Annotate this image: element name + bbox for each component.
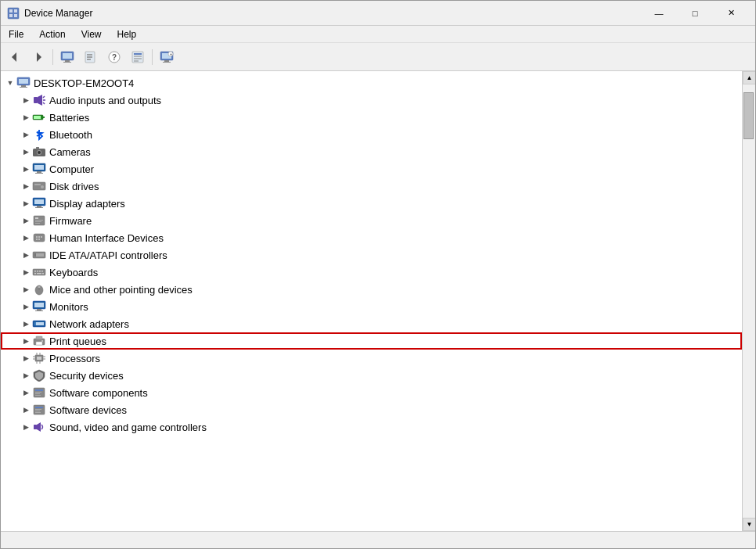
tree-item[interactable]: ▶Print queues bbox=[1, 332, 742, 350]
software-icon bbox=[32, 386, 46, 400]
svg-rect-110 bbox=[35, 412, 41, 413]
scroll-up-button[interactable]: ▲ bbox=[743, 71, 755, 84]
svg-rect-47 bbox=[35, 173, 43, 174]
expand-button[interactable]: ▶ bbox=[20, 404, 32, 416]
tree-item[interactable]: ▶Disk drives bbox=[1, 178, 742, 195]
security-icon bbox=[32, 368, 46, 382]
svg-point-64 bbox=[36, 239, 38, 240]
menu-bar: File Action View Help bbox=[1, 26, 755, 43]
svg-rect-1 bbox=[9, 9, 13, 13]
expand-button[interactable]: ▶ bbox=[20, 300, 32, 313]
expand-button[interactable]: ▶ bbox=[20, 421, 32, 433]
tree-item-label: Monitors bbox=[49, 301, 88, 313]
expand-button[interactable]: ▶ bbox=[20, 283, 32, 296]
monitor-icon bbox=[32, 300, 46, 314]
scroll-thumb[interactable] bbox=[743, 92, 754, 139]
expand-button[interactable]: ▶ bbox=[20, 94, 32, 106]
svg-rect-105 bbox=[35, 395, 41, 396]
ide-icon bbox=[32, 248, 46, 262]
menu-action[interactable]: Action bbox=[31, 26, 73, 42]
svg-marker-6 bbox=[37, 52, 41, 62]
tree-item-label: Mice and other pointing devices bbox=[49, 284, 193, 296]
tree-item[interactable]: ▶Software devices bbox=[1, 401, 742, 418]
tree-item[interactable]: ▶Batteries bbox=[1, 109, 742, 126]
tree-item[interactable]: ▶Processors bbox=[1, 350, 742, 367]
scroll-down-button[interactable]: ▼ bbox=[743, 518, 755, 531]
svg-rect-31 bbox=[20, 87, 27, 88]
tree-item[interactable]: ▶Human Interface Devices bbox=[1, 229, 742, 246]
scan-button[interactable]: + bbox=[156, 47, 178, 67]
tree-item[interactable]: ▶Keyboards bbox=[1, 264, 742, 281]
back-button[interactable] bbox=[4, 47, 26, 67]
tree-item[interactable]: ▶Mice and other pointing devices bbox=[1, 281, 742, 298]
help-icon: ? bbox=[107, 50, 121, 64]
tree-item[interactable]: ▶Network adapters bbox=[1, 315, 742, 332]
tree-item[interactable]: ▶Monitors bbox=[1, 298, 742, 315]
svg-rect-107 bbox=[35, 407, 43, 408]
scroll-track[interactable] bbox=[743, 84, 755, 518]
expand-button[interactable]: ▶ bbox=[20, 214, 32, 227]
tree-root-item[interactable]: ▼ DESKTOP-EM2OOT4 bbox=[1, 74, 742, 92]
device-manager-window: Device Manager — □ ✕ File Action View He… bbox=[0, 0, 756, 549]
svg-rect-81 bbox=[34, 303, 44, 307]
tree-item[interactable]: ▶Cameras bbox=[1, 143, 742, 160]
tree-item[interactable]: ▶Display adapters bbox=[1, 195, 742, 212]
tree-item-label: Software components bbox=[49, 387, 148, 399]
svg-rect-39 bbox=[34, 116, 41, 119]
menu-file[interactable]: File bbox=[1, 26, 31, 42]
expand-button[interactable]: ▶ bbox=[20, 111, 32, 124]
tree-item[interactable]: ▶Security devices bbox=[1, 367, 742, 384]
tree-item[interactable]: ▶Bluetooth bbox=[1, 126, 742, 143]
keyboard-icon bbox=[32, 265, 46, 279]
forward-button[interactable] bbox=[27, 47, 49, 67]
help-button[interactable]: ? bbox=[103, 47, 125, 67]
expand-button[interactable]: ▶ bbox=[20, 231, 32, 244]
svg-rect-57 bbox=[35, 220, 43, 221]
close-button[interactable]: ✕ bbox=[713, 1, 749, 26]
expand-button[interactable]: ▶ bbox=[20, 266, 32, 278]
tree-item[interactable]: ▶Software components bbox=[1, 384, 742, 401]
battery-icon bbox=[32, 110, 46, 124]
expand-button[interactable]: ▶ bbox=[20, 180, 32, 192]
device-tree[interactable]: ▼ DESKTOP-EM2OOT4 ▶Audio inputs and outp… bbox=[1, 71, 742, 531]
expand-button[interactable]: ▶ bbox=[20, 386, 32, 399]
expand-button[interactable]: ▶ bbox=[20, 249, 32, 261]
show-hidden-button[interactable] bbox=[56, 47, 78, 67]
tree-item-label: Software devices bbox=[49, 404, 127, 416]
minimize-button[interactable]: — bbox=[641, 1, 677, 26]
expand-button[interactable]: ▶ bbox=[20, 145, 32, 158]
expand-button[interactable]: ▶ bbox=[20, 335, 32, 347]
svg-rect-74 bbox=[34, 273, 36, 274]
tree-item[interactable]: ▶Computer bbox=[1, 160, 742, 178]
tree-item-label: Security devices bbox=[49, 370, 124, 382]
tree-item-label: Network adapters bbox=[49, 318, 129, 330]
expand-button[interactable]: ▶ bbox=[20, 369, 32, 382]
hid-icon bbox=[32, 231, 46, 245]
svg-rect-18 bbox=[134, 53, 142, 55]
expand-button[interactable]: ▶ bbox=[20, 128, 32, 141]
tree-item[interactable]: ▶Firmware bbox=[1, 212, 742, 229]
tree-item[interactable]: ▶Sound, video and game controllers bbox=[1, 418, 742, 436]
expand-button[interactable]: ▶ bbox=[20, 352, 32, 364]
properties-button[interactable] bbox=[127, 47, 149, 67]
svg-marker-5 bbox=[12, 52, 16, 62]
computer-icon bbox=[16, 76, 31, 90]
software-icon bbox=[32, 403, 46, 417]
expand-button[interactable]: ▶ bbox=[20, 163, 32, 175]
menu-view[interactable]: View bbox=[74, 26, 110, 42]
tree-item[interactable]: ▶IDE ATA/ATAPI controllers bbox=[1, 246, 742, 264]
svg-rect-103 bbox=[35, 392, 41, 393]
audio-icon bbox=[32, 93, 46, 107]
svg-text:+: + bbox=[170, 52, 172, 56]
expand-button[interactable]: ▶ bbox=[20, 318, 32, 330]
update-button[interactable] bbox=[80, 47, 102, 67]
vertical-scrollbar[interactable]: ▲ ▼ bbox=[742, 71, 755, 531]
expand-button[interactable]: ▶ bbox=[20, 197, 32, 210]
tree-item[interactable]: ▶Audio inputs and outputs bbox=[1, 92, 742, 109]
svg-rect-104 bbox=[35, 393, 40, 394]
root-expand-btn[interactable]: ▼ bbox=[4, 77, 16, 89]
menu-help[interactable]: Help bbox=[110, 26, 145, 42]
svg-rect-8 bbox=[63, 53, 72, 59]
maximize-button[interactable]: □ bbox=[677, 1, 713, 26]
svg-rect-53 bbox=[37, 206, 41, 207]
